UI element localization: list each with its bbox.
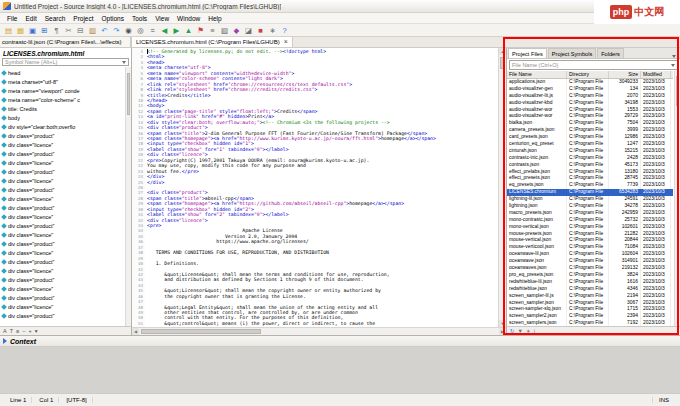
table-row[interactable]: cinturah.jsonC:\Program File152152023/10… xyxy=(507,148,673,155)
table-row[interactable]: audio-visualizer-lit.jsC:\Program File20… xyxy=(507,93,673,100)
symbol-list-item[interactable]: div class="product" xyxy=(1,131,124,140)
save-all-icon[interactable]: ⊞ xyxy=(39,25,50,36)
tab-folders[interactable]: Folders xyxy=(597,48,624,58)
save-icon[interactable]: ▣ xyxy=(27,25,38,36)
menu-item-file[interactable]: File xyxy=(3,15,21,22)
table-row[interactable]: screen-sampler-slq.jsonC:\Program File17… xyxy=(507,306,673,313)
file-table-scrollbar[interactable] xyxy=(674,71,680,326)
stop-icon[interactable]: ■ xyxy=(255,25,266,36)
back-icon[interactable]: ◀ xyxy=(159,25,170,36)
symbol-list-item[interactable]: div class="product" xyxy=(1,149,124,158)
symbol-list-item[interactable]: div class="licence" xyxy=(1,284,124,293)
symbol-list-item[interactable]: body xyxy=(1,113,124,122)
tab-close-icon[interactable]: × xyxy=(284,37,288,47)
help-icon[interactable]: ? xyxy=(279,25,290,36)
table-row[interactable]: effect_prelabs.jsonC:\Program File131802… xyxy=(507,169,673,176)
table-row[interactable]: mouse-verticool.jsonC:\Program File71084… xyxy=(507,244,673,251)
recent-file-combo[interactable]: contrastc-lil.json (C:\Program Files\...… xyxy=(0,37,131,47)
document-tab[interactable]: LICENSES.chromium.html (C:\Program Files… xyxy=(131,37,293,47)
symbol-list-item[interactable]: div class="licence" xyxy=(1,212,124,221)
cut-icon[interactable]: ✂ xyxy=(63,25,74,36)
symbol-list-item[interactable]: div class="licence" xyxy=(1,194,124,203)
sort-type-icon[interactable]: T xyxy=(10,327,13,336)
symbol-filter-input[interactable]: Symbol Name (Alt+L) xyxy=(2,58,129,66)
scrollbar-thumb[interactable] xyxy=(141,329,261,334)
table-row[interactable]: bialka.jsonC:\Program File75042023/10/3 xyxy=(507,120,673,127)
table-row[interactable]: mono-vertical.jsonC:\Program File1026012… xyxy=(507,224,673,231)
symbol-list-item[interactable]: div class="product" xyxy=(1,257,124,266)
go-up-icon[interactable]: ▲ xyxy=(183,25,194,36)
forward-icon[interactable]: ▶ xyxy=(171,25,182,36)
symbol-list-icon[interactable]: ≡ xyxy=(207,25,218,36)
symbol-list-item[interactable]: meta name="viewport" conde xyxy=(1,86,124,95)
scrollbar-thumb[interactable] xyxy=(500,57,505,69)
sort-alpha-icon[interactable]: A xyxy=(3,327,7,336)
symbol-list-item[interactable]: meta charset="utf-8" xyxy=(1,77,124,86)
file-table-body[interactable]: applications.jsonC:\Program File30492332… xyxy=(507,79,673,326)
context-panel-header[interactable]: Context xyxy=(0,336,680,347)
menu-item-view[interactable]: View xyxy=(151,15,173,22)
symbol-options-icon[interactable]: ▾ xyxy=(35,327,38,336)
column-header-file-name[interactable]: File Name xyxy=(507,71,567,78)
copy-icon[interactable]: ⊟ xyxy=(75,25,86,36)
symbol-list-item[interactable]: div class="licence" xyxy=(1,302,124,311)
tab-project-symbols[interactable]: Project Symbols xyxy=(548,48,596,58)
symbol-list-item[interactable]: div class="licence" xyxy=(1,230,124,239)
filter-icon[interactable]: ▼ xyxy=(518,327,523,336)
table-row[interactable]: centurion_eq_presetC:\Program File124720… xyxy=(507,141,673,148)
symbol-list-item[interactable]: div class="product" xyxy=(1,167,124,176)
editor-horizontal-scrollbar[interactable]: ◀ ▶ xyxy=(132,327,506,335)
sync-icon[interactable]: ↻ xyxy=(510,327,515,336)
symbol-list-item[interactable]: div class="licence" xyxy=(1,266,124,275)
menu-item-project[interactable]: Project xyxy=(69,15,97,22)
symbol-list-item[interactable]: div class="product" xyxy=(1,239,124,248)
table-row[interactable]: mouse-presets.jsonC:\Program File2128220… xyxy=(507,231,673,238)
code-area[interactable]: <!-- Generated by licenses.py; do not ed… xyxy=(145,48,498,327)
menu-item-tools[interactable]: Tools xyxy=(128,15,151,22)
table-row[interactable]: applications.jsonC:\Program File30492332… xyxy=(507,79,673,86)
open-file-icon[interactable]: ▦ xyxy=(15,25,26,36)
tab-project-files[interactable]: Project Files xyxy=(508,48,547,58)
symbol-list[interactable]: headmeta charset="utf-8"meta name="viewp… xyxy=(0,67,131,326)
symbol-list-item[interactable]: div class="licence" xyxy=(1,158,124,167)
table-row[interactable]: screen_sampler.jsonC:\Program File306720… xyxy=(507,300,673,307)
symbol-list-item[interactable]: meta name="color-scheme" c xyxy=(1,95,124,104)
symbol-list-item[interactable]: div class="licence" xyxy=(1,140,124,149)
redo-icon[interactable]: ↷ xyxy=(111,25,122,36)
table-row[interactable]: lightning-lil.jsonC:\Program File2459120… xyxy=(507,196,673,203)
table-row[interactable]: audio-visualizer-worC:\Program File29729… xyxy=(507,113,673,120)
table-row[interactable]: contrastc-inic.jsonC:\Program File242820… xyxy=(507,155,673,162)
symbol-list-item[interactable]: div class="product" xyxy=(1,293,124,302)
context-window-icon[interactable]: ◪ xyxy=(243,25,254,36)
replace-icon[interactable]: ≈ xyxy=(147,25,158,36)
relation-window-icon[interactable]: ◆ xyxy=(231,25,242,36)
symbol-list-item[interactable]: div class="licence" xyxy=(1,248,124,257)
column-header-modified[interactable]: Modified xyxy=(641,71,671,78)
table-row[interactable]: redwhiteblue-lil.jsonC:\Program File1616… xyxy=(507,279,673,286)
symbol-list-item[interactable]: div class="product" xyxy=(1,221,124,230)
symbol-list-item[interactable]: div class="licence" xyxy=(1,176,124,185)
table-row[interactable]: screen_sampler-lil.jsC:\Program File2194… xyxy=(507,293,673,300)
table-row[interactable]: oceanwave.jsonC:\Program File3149012023/… xyxy=(507,258,673,265)
table-row[interactable]: eq_presets.jsonC:\Program File77392023/1… xyxy=(507,182,673,189)
file-name-filter-input[interactable]: File Name (Ctrl+O) xyxy=(509,60,678,70)
menu-item-options[interactable]: Options xyxy=(98,15,128,22)
code-line[interactable]: &quot;control&quot; means (i) the power,… xyxy=(147,321,498,326)
symbol-list-item[interactable]: div class="product" xyxy=(1,275,124,284)
table-row[interactable]: oceanwave-lil.jsonC:\Program File1026042… xyxy=(507,251,673,258)
symbol-list-scrollbar[interactable] xyxy=(125,67,131,326)
table-row[interactable]: screen_samplers.jsonC:\Program File71922… xyxy=(507,320,673,326)
editor[interactable]: 1234567891011121314151617181920212223242… xyxy=(132,48,506,335)
scrollbar-thumb[interactable] xyxy=(127,73,130,115)
search-files-icon[interactable]: ◎ xyxy=(135,25,146,36)
new-file-icon[interactable]: ▤ xyxy=(3,25,14,36)
scrollbar-thumb[interactable] xyxy=(676,76,679,106)
editor-vertical-scrollbar[interactable]: ▲ ▼ xyxy=(498,48,506,327)
table-row[interactable]: LICENSES.chromiumC:\Program File65342832… xyxy=(507,189,673,196)
project-window-icon[interactable]: ▧ xyxy=(219,25,230,36)
symbol-list-item[interactable]: div class="product" xyxy=(1,311,124,320)
scroll-right-icon[interactable]: ▶ xyxy=(499,328,506,335)
table-row[interactable]: audio-visualizer-worC:\Program File15532… xyxy=(507,107,673,114)
scroll-down-icon[interactable]: ▼ xyxy=(499,320,506,327)
bookmark-icon[interactable]: ⚑ xyxy=(195,25,206,36)
